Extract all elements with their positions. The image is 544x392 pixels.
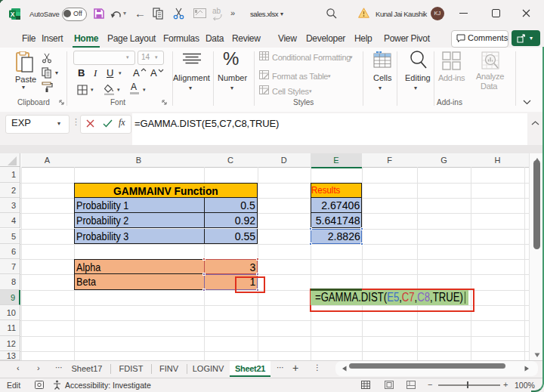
svg-text:X: X	[11, 11, 15, 18]
